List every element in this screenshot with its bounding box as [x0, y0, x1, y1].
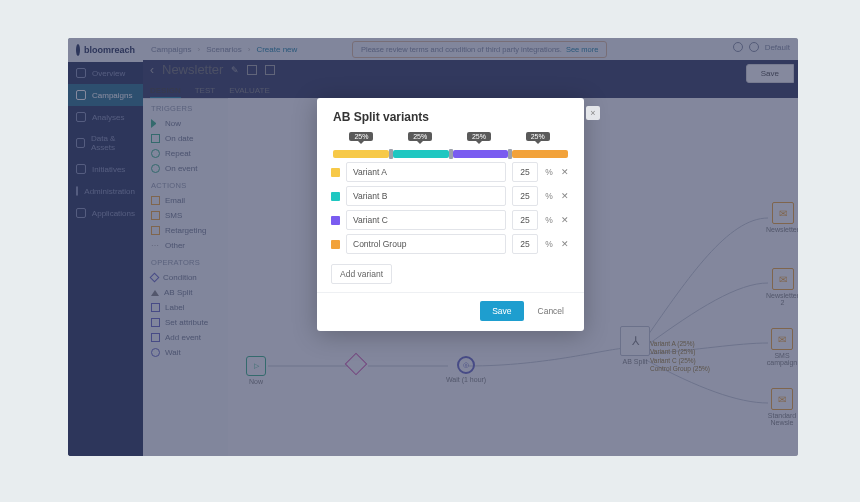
variant-pct-input-b[interactable]	[512, 186, 538, 206]
variant-name-input-a[interactable]	[346, 162, 506, 182]
swatch-c	[331, 216, 340, 225]
bar-seg-c[interactable]	[453, 150, 509, 158]
variant-row-a: % ✕	[331, 162, 570, 182]
pct-label-c: 25%	[467, 132, 491, 141]
app-frame: bloomreach Overview Campaigns Analyses D…	[68, 38, 798, 456]
pct-label-b: 25%	[408, 132, 432, 141]
modal-title: AB Split variants	[317, 98, 584, 132]
variant-row-b: % ✕	[331, 186, 570, 206]
pct-label-a: 25%	[349, 132, 373, 141]
delete-variant-c[interactable]: ✕	[560, 215, 570, 225]
variant-pct-input-c[interactable]	[512, 210, 538, 230]
variant-name-input-c[interactable]	[346, 210, 506, 230]
variant-pct-input-a[interactable]	[512, 162, 538, 182]
variant-pct-input-d[interactable]	[512, 234, 538, 254]
ab-split-modal: × AB Split variants 25% 25% 25% 25% % ✕	[317, 98, 584, 331]
modal-cancel-button[interactable]: Cancel	[532, 301, 570, 321]
variant-name-input-b[interactable]	[346, 186, 506, 206]
close-icon[interactable]: ×	[586, 106, 600, 120]
pct-label-d: 25%	[526, 132, 550, 141]
variant-name-input-d[interactable]	[346, 234, 506, 254]
pct-sign: %	[544, 167, 554, 177]
pct-sign: %	[544, 215, 554, 225]
add-variant-button[interactable]: Add variant	[331, 264, 392, 284]
variant-row-d: % ✕	[331, 234, 570, 254]
variant-row-c: % ✕	[331, 210, 570, 230]
delete-variant-d[interactable]: ✕	[560, 239, 570, 249]
pct-sign: %	[544, 239, 554, 249]
swatch-d	[331, 240, 340, 249]
bar-seg-b[interactable]	[393, 150, 449, 158]
bar-seg-d[interactable]	[512, 150, 568, 158]
pct-sign: %	[544, 191, 554, 201]
modal-footer: Save Cancel	[317, 292, 584, 325]
variant-distribution-bar[interactable]: 25% 25% 25% 25%	[333, 132, 568, 158]
swatch-a	[331, 168, 340, 177]
modal-save-button[interactable]: Save	[480, 301, 523, 321]
bar-seg-a[interactable]	[333, 150, 389, 158]
delete-variant-b[interactable]: ✕	[560, 191, 570, 201]
swatch-b	[331, 192, 340, 201]
delete-variant-a[interactable]: ✕	[560, 167, 570, 177]
